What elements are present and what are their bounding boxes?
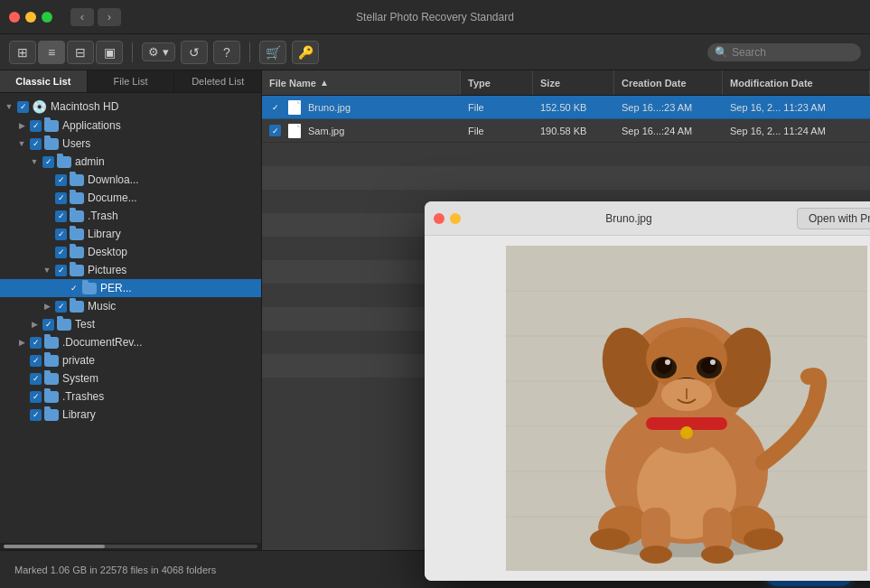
file-cell-creation-bruno: Sep 16...:23 AM — [614, 96, 723, 118]
label-system: System — [62, 372, 98, 385]
col-header-filename[interactable]: File Name ▲ — [262, 70, 461, 95]
checkbox-desktop[interactable]: ✓ — [55, 247, 67, 258]
tab-deleted-list[interactable]: Deleted List — [174, 70, 261, 92]
folder-icon-documents — [70, 192, 84, 204]
tree-item-test[interactable]: ▶ ✓ Test — [0, 315, 261, 333]
checkbox-trashes[interactable]: ✓ — [30, 391, 42, 403]
toggle-per[interactable] — [54, 283, 65, 294]
toggle-downloads[interactable] — [42, 174, 52, 185]
maximize-button[interactable] — [42, 12, 52, 23]
minimize-button[interactable] — [25, 12, 36, 23]
toggle-test[interactable]: ▶ — [29, 319, 40, 330]
preview-minimize-button[interactable] — [450, 213, 461, 224]
tree-item-downloads[interactable]: ✓ Downloa... — [0, 171, 261, 189]
folder-icon-admin — [57, 156, 71, 168]
tree-item-system[interactable]: ✓ System — [0, 369, 261, 387]
label-library-admin: Library — [88, 228, 121, 240]
checkbox-documents[interactable]: ✓ — [55, 192, 67, 204]
file-row-sam[interactable]: ✓ Sam.jpg File 190.58 KB Sep 16...:24 AM… — [262, 119, 870, 143]
toggle-private[interactable] — [16, 355, 27, 366]
back-button[interactable]: ‹ — [70, 8, 94, 26]
tree-item-users[interactable]: ▼ ✓ Users — [0, 135, 261, 153]
toggle-applications[interactable]: ▶ — [16, 120, 27, 131]
checkbox-admin[interactable]: ✓ — [42, 156, 54, 168]
toggle-documentrev[interactable]: ▶ — [16, 337, 27, 348]
toggle-music[interactable]: ▶ — [42, 301, 52, 312]
tree-item-private[interactable]: ✓ private — [0, 351, 261, 369]
tree-item-per[interactable]: ✓ PER... — [0, 279, 261, 297]
toggle-macintosh-hd[interactable]: ▼ — [4, 101, 14, 112]
search-box[interactable]: 🔍 — [707, 43, 861, 61]
checkbox-users[interactable]: ✓ — [30, 138, 42, 150]
tree-item-documents[interactable]: ✓ Docume... — [0, 189, 261, 207]
toggle-admin[interactable]: ▼ — [29, 156, 40, 167]
column-view-button[interactable]: ⊟ — [67, 41, 94, 64]
tree-item-library[interactable]: ✓ Library — [0, 225, 261, 243]
toggle-desktop[interactable] — [42, 247, 52, 257]
help-button[interactable]: ? — [213, 41, 240, 64]
file-checkbox-sam[interactable]: ✓ — [269, 125, 281, 136]
checkbox-applications[interactable]: ✓ — [30, 120, 42, 132]
cover-flow-button[interactable]: ▣ — [96, 41, 123, 64]
tree-item-music[interactable]: ▶ ✓ Music — [0, 297, 261, 315]
tree-item-macintosh-hd[interactable]: ▼ ✓ 💿 Macintosh HD — [0, 97, 261, 117]
tab-file-list[interactable]: File List — [88, 70, 175, 92]
tab-classic-list[interactable]: Classic List — [0, 70, 88, 92]
toggle-library-admin[interactable] — [42, 229, 52, 239]
cart-button[interactable]: 🛒 — [259, 41, 286, 64]
file-cell-size-sam: 190.58 KB — [533, 119, 614, 142]
tree-item-desktop[interactable]: ✓ Desktop — [0, 243, 261, 261]
checkbox-per[interactable]: ✓ — [68, 283, 80, 294]
recover-tool-button[interactable]: ↺ — [181, 41, 208, 64]
checkbox-library-admin[interactable]: ✓ — [55, 229, 67, 240]
toggle-trash[interactable] — [42, 210, 52, 221]
svg-point-16 — [640, 546, 672, 564]
sidebar-scrollbar[interactable] — [0, 543, 261, 550]
checkbox-documentrev[interactable]: ✓ — [30, 337, 42, 349]
tree-item-library-root[interactable]: ✓ Library — [0, 406, 261, 424]
file-cell-name-sam: ✓ Sam.jpg — [262, 119, 461, 142]
col-header-size[interactable]: Size — [533, 70, 614, 95]
checkbox-downloads[interactable]: ✓ — [55, 174, 67, 186]
grid-view-button[interactable]: ⊞ — [9, 41, 36, 64]
toggle-trashes[interactable] — [16, 391, 27, 402]
preview-titlebar: Bruno.jpg Open with Preview ⬆ — [425, 201, 870, 236]
tree-item-trash[interactable]: ✓ .Trash — [0, 207, 261, 225]
label-trash: .Trash — [88, 210, 118, 222]
checkbox-pictures[interactable]: ✓ — [55, 265, 67, 276]
toggle-documents[interactable] — [42, 192, 52, 203]
preview-close-button[interactable] — [434, 213, 444, 224]
tree-item-pictures[interactable]: ▼ ✓ Pictures — [0, 261, 261, 279]
tree-item-admin[interactable]: ▼ ✓ admin — [0, 153, 261, 171]
checkbox-private[interactable]: ✓ — [30, 355, 42, 367]
col-header-creation[interactable]: Creation Date — [614, 70, 723, 95]
tree-item-documentrev[interactable]: ▶ ✓ .DocumentRev... — [0, 333, 261, 351]
forward-button[interactable]: › — [98, 8, 121, 26]
key-button[interactable]: 🔑 — [292, 41, 319, 64]
toggle-pictures[interactable]: ▼ — [42, 265, 52, 275]
folder-icon-test — [57, 319, 71, 331]
open-with-preview-button[interactable]: Open with Preview — [797, 208, 870, 229]
checkbox-library-root[interactable]: ✓ — [30, 409, 42, 421]
tree-item-trashes[interactable]: ✓ .Trashes — [0, 387, 261, 406]
settings-dropdown[interactable]: ⚙ ▾ — [142, 42, 175, 61]
toggle-users[interactable]: ▼ — [16, 138, 27, 149]
search-input[interactable] — [732, 46, 849, 59]
toggle-library-root[interactable] — [16, 409, 27, 420]
checkbox-music[interactable]: ✓ — [55, 301, 67, 313]
checkbox-test[interactable]: ✓ — [42, 319, 54, 331]
checkbox-system[interactable]: ✓ — [30, 373, 42, 385]
scrollbar-thumb[interactable] — [4, 545, 105, 548]
checkbox-trash[interactable]: ✓ — [55, 210, 67, 222]
file-checkbox-bruno[interactable]: ✓ — [269, 101, 281, 113]
checkbox-macintosh-hd[interactable]: ✓ — [17, 101, 29, 113]
close-button[interactable] — [9, 12, 20, 23]
col-header-modification[interactable]: Modification Date — [723, 70, 870, 95]
file-cell-type-sam: File — [461, 119, 533, 142]
toggle-system[interactable] — [16, 373, 27, 384]
tree-item-applications[interactable]: ▶ ✓ Applications — [0, 117, 261, 135]
stripe-row-1 — [262, 143, 870, 166]
file-row-bruno[interactable]: ✓ Bruno.jpg File 152.50 KB Sep 16...:23 … — [262, 96, 870, 119]
list-view-button[interactable]: ≡ — [38, 41, 65, 64]
col-header-type[interactable]: Type — [461, 70, 533, 95]
